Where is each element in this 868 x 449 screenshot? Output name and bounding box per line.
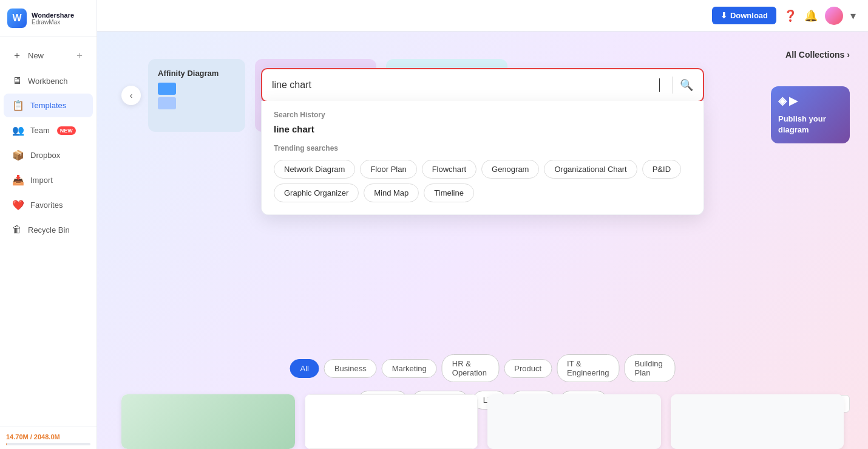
- chip-flowchart[interactable]: Flowchart: [422, 160, 476, 179]
- search-input[interactable]: [272, 80, 659, 91]
- chip-organizational-chart[interactable]: Organizational Chart: [544, 160, 637, 179]
- import-icon: 📥: [12, 174, 24, 186]
- logo-icon: W: [7, 9, 27, 28]
- sidebar-item-label-new: New: [28, 51, 44, 60]
- trending-chips: Network Diagram Floor Plan Flowchart Gen…: [274, 160, 691, 202]
- chevron-down-icon[interactable]: ▾: [850, 9, 856, 22]
- sidebar-item-dropbox[interactable]: 📦 Dropbox: [4, 143, 93, 167]
- sidebar-item-label-recycle-bin: Recycle Bin: [28, 225, 70, 235]
- new-badge: NEW: [57, 126, 76, 135]
- sidebar: W Wondershare EdrawMax ＋ New ＋ 🖥 Workben…: [0, 0, 97, 449]
- sidebar-item-team[interactable]: 👥 Team NEW: [4, 118, 93, 142]
- sidebar-item-workbench[interactable]: 🖥 Workbench: [4, 69, 93, 92]
- main-content: ⬇ Download ❓ 🔔 ▾ All Collections › ‹ Aff…: [97, 0, 868, 449]
- sidebar-item-label-workbench: Workbench: [28, 77, 68, 86]
- search-divider: [672, 77, 673, 94]
- sidebar-item-label-team: Team: [30, 126, 50, 135]
- chip-floor-plan[interactable]: Floor Plan: [360, 160, 416, 179]
- sidebar-item-label-import: Import: [30, 176, 53, 185]
- storage-bar: [6, 443, 90, 445]
- search-dropdown: Search History line chart Trending searc…: [261, 101, 704, 215]
- chip-network-diagram[interactable]: Network Diagram: [274, 160, 355, 179]
- search-box: 🔍: [261, 68, 704, 102]
- sidebar-item-label-favorites: Favorites: [30, 201, 63, 210]
- notification-icon[interactable]: 🔔: [804, 9, 818, 22]
- sidebar-item-new[interactable]: ＋ New ＋: [4, 43, 93, 68]
- team-icon: 👥: [12, 125, 24, 136]
- chip-mind-map[interactable]: Mind Map: [364, 183, 419, 202]
- storage-section: 14.70M / 2048.0M: [0, 427, 97, 449]
- sidebar-item-label-templates: Templates: [30, 101, 66, 110]
- sidebar-item-recycle-bin[interactable]: 🗑 Recycle Bin: [4, 218, 93, 241]
- templates-icon: 📋: [12, 100, 24, 111]
- trending-label: Trending searches: [274, 144, 691, 153]
- avatar[interactable]: [825, 7, 843, 25]
- new-icon: ＋: [12, 49, 22, 62]
- download-icon: ⬇: [721, 11, 727, 20]
- favorites-icon: ❤️: [12, 199, 24, 211]
- storage-label: 14.70M / 2048.0M: [6, 433, 90, 440]
- history-label: Search History: [274, 111, 691, 119]
- content-area: All Collections › ‹ Affinity Diagram: [97, 32, 868, 449]
- chip-graphic-organizer[interactable]: Graphic Organizer: [274, 183, 359, 202]
- help-icon[interactable]: ❓: [784, 9, 797, 22]
- chip-pid[interactable]: P&ID: [642, 160, 681, 179]
- plus-icon: ＋: [75, 49, 84, 62]
- search-box-container: 🔍 Search History line chart Trending sea…: [261, 68, 704, 215]
- history-item[interactable]: line chart: [274, 124, 691, 134]
- sidebar-item-label-dropbox: Dropbox: [30, 151, 60, 160]
- header: ⬇ Download ❓ 🔔 ▾: [97, 0, 868, 32]
- dropbox-icon: 📦: [12, 149, 24, 161]
- sidebar-nav: ＋ New ＋ 🖥 Workbench 📋 Templates 👥 Team N…: [0, 37, 97, 427]
- sidebar-item-favorites[interactable]: ❤️ Favorites: [4, 193, 93, 217]
- workbench-icon: 🖥: [12, 75, 22, 86]
- sidebar-item-import[interactable]: 📥 Import: [4, 168, 93, 192]
- search-icon[interactable]: 🔍: [680, 78, 693, 92]
- app-logo: W Wondershare EdrawMax: [0, 0, 97, 37]
- chip-genogram[interactable]: Genogram: [481, 160, 539, 179]
- storage-fill: [6, 443, 7, 445]
- recycle-bin-icon: 🗑: [12, 224, 22, 235]
- chip-timeline[interactable]: Timeline: [424, 183, 474, 202]
- sidebar-item-templates[interactable]: 📋 Templates: [4, 94, 93, 117]
- search-cursor: [659, 78, 660, 92]
- download-button[interactable]: ⬇ Download: [712, 7, 776, 24]
- logo-text: Wondershare EdrawMax: [32, 12, 74, 26]
- search-overlay: 🔍 Search History line chart Trending sea…: [97, 32, 868, 449]
